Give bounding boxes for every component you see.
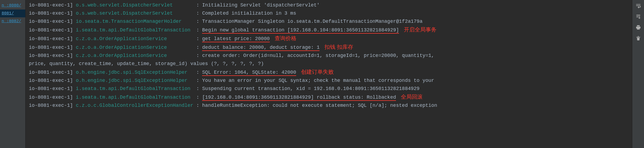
log-separator: : [193,45,202,50]
console-toolbar [632,0,644,148]
log-logger: i.seata.tm.api.DefaultGlobalTransaction [76,27,193,33]
log-thread: io-8081-exec-1] [29,45,76,50]
log-thread: io-8081-exec-1] [29,53,76,58]
log-thread: io-8081-exec-1] [29,2,76,8]
log-message: get latest price: 20000 [202,36,270,42]
log-message: Begin new global transaction [192.168.0.… [202,27,399,34]
log-line: io-8081-exec-1] c.z.o.a.OrderApplication… [29,34,632,43]
log-message: Completed initialization in 3 ms [202,11,296,16]
log-annotation: 查询价格 [275,35,296,41]
log-message: handleRuntimeException: could not execut… [202,103,437,108]
log-message: You have an error in your SQL syntax; ch… [202,78,437,83]
log-separator: : [193,27,202,33]
tab-8081[interactable]: 8081/ [0,9,25,17]
log-annotation: 开启全局事务 [404,27,436,33]
log-logger: o.h.engine.jdbc.spi.SqlExceptionHelper [76,70,193,75]
log-line: io-8081-exec-1] o.s.web.servlet.Dispatch… [29,9,632,17]
log-separator: : [193,70,202,75]
log-annotation: 扣钱 扣库存 [324,44,353,50]
log-message: TransactionManager Singleton io.seata.tm… [202,19,422,24]
log-separator: : [193,53,202,58]
log-logger: o.s.web.servlet.DispatcherServlet [76,2,193,8]
log-logger: o.h.engine.jdbc.spi.SqlExceptionHelper [76,78,193,83]
log-logger: c.z.o.c.GlobalControllerExceptionHandler [76,103,193,108]
log-thread: io-8081-exec-1] [29,11,76,16]
print-icon[interactable] [635,24,642,31]
log-thread: io-8081-exec-1] [29,95,76,100]
log-logger: o.s.web.servlet.DispatcherServlet [76,11,193,16]
log-line: io-8081-exec-1] i.seata.tm.api.DefaultGl… [29,25,632,34]
log-message: deduct balance: 20000, deduct storage: 1 [202,45,320,51]
scroll-to-end-icon[interactable] [635,13,642,20]
log-line: io-8081-exec-1] io.seata.tm.TransactionM… [29,17,632,25]
log-line: io-8081-exec-1] i.seata.tm.api.DefaultGl… [29,93,632,101]
log-line: io-8081-exec-1] o.h.engine.jdbc.spi.SqlE… [29,76,632,85]
log-line: io-8081-exec-1] c.z.o.a.OrderApplication… [29,43,632,52]
trash-icon[interactable] [635,35,642,42]
log-separator: : [193,2,202,8]
log-annotation: 全局回滚 [401,94,423,100]
log-line: price, quantity, create_time, update_tim… [29,60,632,68]
log-message: [192.168.0.104:8091:36501132821884929] r… [202,95,396,101]
log-separator: : [193,11,202,16]
log-separator: : [193,19,202,24]
log-logger: c.z.o.a.OrderApplicationService [76,53,193,58]
log-line: io-8081-exec-1] i.seata.tm.api.DefaultGl… [29,85,632,93]
tab-8082[interactable]: n :8082/ [0,17,25,25]
log-logger: i.seata.tm.api.DefaultGlobalTransaction [76,86,193,91]
log-logger: c.z.o.a.OrderApplicationService [76,45,193,50]
log-message: Initializing Servlet 'dispatcherServlet' [202,2,320,8]
log-message: create order: Order(id=null, accountId=1… [202,53,434,58]
log-thread: price, quantity, create_time, update_tim… [29,61,264,66]
log-thread: io-8081-exec-1] [29,78,76,83]
console-output[interactable]: io-8081-exec-1] o.s.web.servlet.Dispatch… [26,0,632,148]
log-thread: io-8081-exec-1] [29,36,76,41]
log-annotation: 创建订单失败 [301,69,334,75]
log-separator: : [193,36,202,41]
soft-wrap-icon[interactable] [635,2,642,9]
log-line: io-8081-exec-1] c.z.o.a.OrderApplication… [29,52,632,60]
tab-8080[interactable]: n :8080/ [0,2,25,9]
log-line: io-8081-exec-1] o.h.engine.jdbc.spi.SqlE… [29,68,632,76]
log-separator: : [193,86,202,91]
log-thread: io-8081-exec-1] [29,70,76,75]
log-message: SQL Error: 1064, SQLState: 42000 [202,70,296,76]
log-thread: io-8081-exec-1] [29,19,76,24]
log-message: Suspending current transaction, xid = 19… [202,86,419,91]
log-logger: c.z.o.a.OrderApplicationService [76,36,193,41]
log-thread: io-8081-exec-1] [29,103,76,108]
log-separator: : [193,95,202,100]
run-tabs: n :8080/ 8081/ n :8082/ [0,0,26,148]
log-logger: i.seata.tm.api.DefaultGlobalTransaction [76,95,193,100]
log-separator: : [193,103,202,108]
log-line: io-8081-exec-1] o.s.web.servlet.Dispatch… [29,1,632,9]
log-thread: io-8081-exec-1] [29,86,76,91]
log-logger: io.seata.tm.TransactionManagerHolder [76,19,193,24]
log-line: io-8081-exec-1] c.z.o.c.GlobalController… [29,101,632,110]
log-separator: : [193,78,202,83]
log-thread: io-8081-exec-1] [29,27,76,33]
